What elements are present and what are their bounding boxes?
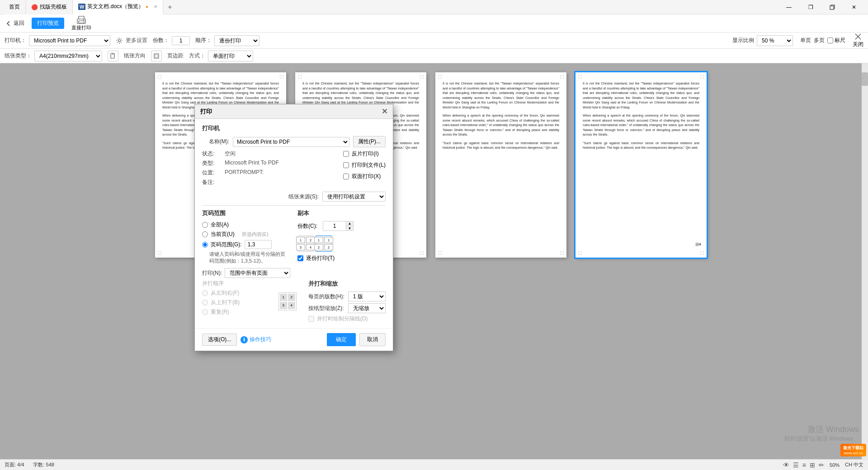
restore-button[interactable]	[822, 0, 843, 14]
ok-button[interactable]: 确定	[327, 333, 356, 346]
collate-page-1c: 3	[296, 244, 305, 250]
sort-repeat-radio	[202, 309, 208, 315]
display-ratio-label: 显示比例	[732, 37, 754, 44]
duplex-label[interactable]: 双面打印(X)	[343, 173, 386, 180]
sort-repeat-label: 重复(R)	[202, 308, 267, 316]
scale-type-label: 按纸型缩放(Z):	[308, 305, 344, 312]
maximize-button[interactable]: ❐	[800, 0, 821, 14]
page4-action-icon[interactable]: ⊞▾	[695, 242, 701, 247]
scale-divider-label[interactable]: 并打时绘制分隔线(D)	[308, 315, 386, 323]
status-row: 状态: 空闲	[202, 150, 336, 158]
sort-ltr-radio	[202, 290, 208, 296]
collate-page-1a: 1	[296, 237, 305, 243]
status-word-count: 字数: 548	[33, 461, 54, 468]
order-select[interactable]: 逐份打印	[214, 35, 259, 46]
direct-print-button[interactable]: 直接打印	[71, 15, 91, 31]
layout-icon[interactable]: ☰	[793, 461, 799, 469]
tab-doc-modified: ●	[146, 4, 148, 9]
display-ratio-select[interactable]: 50 %	[757, 35, 793, 46]
printer-name-select[interactable]: Microsoft Print to PDF	[233, 137, 349, 147]
printer-select[interactable]: Microsoft Print to PDF	[29, 35, 110, 46]
tab-doc-label: 英文文档.docx（预览）	[87, 3, 144, 10]
page-range-title: 页码范围	[202, 209, 290, 217]
status-icons: 👁 ☰ ≡ ⊞ ✏	[783, 461, 824, 469]
radio-pages[interactable]	[202, 242, 208, 248]
close-button[interactable]: ✕	[844, 0, 864, 14]
print-preview-button[interactable]: 打印预览	[32, 18, 64, 29]
radio-pages-text: 页码范围(G):	[211, 241, 242, 249]
radio-current-label[interactable]: 当前页(U)	[202, 230, 235, 238]
radio-all[interactable]	[202, 222, 208, 228]
copies-count-input[interactable]	[323, 221, 346, 230]
print-to-file-label[interactable]: 打印到文件(L)	[343, 161, 386, 169]
more-settings-label[interactable]: 更多设置	[126, 37, 147, 44]
radio-all-label[interactable]: 全部(A)	[202, 221, 290, 229]
collate-icon-2[interactable]: 1 1 2 2	[316, 235, 332, 252]
display-ratio-group: 显示比例 50 %	[732, 35, 793, 46]
tab-template[interactable]: 🔴 找版壳模板	[26, 0, 73, 14]
paper-source-select[interactable]: 使用打印机设置	[322, 192, 386, 202]
ruler-label[interactable]: 标尺	[827, 37, 845, 44]
outline-icon[interactable]: ≡	[802, 461, 806, 469]
eye-icon[interactable]: 👁	[783, 461, 789, 469]
properties-button[interactable]: 属性(P)...	[353, 136, 386, 147]
doc-page-3[interactable]: It is not the Chinese mainland, but the …	[435, 72, 566, 258]
collate-page-1b: 2	[306, 237, 315, 243]
edit-icon[interactable]: ✏	[819, 461, 824, 469]
copies-down-button[interactable]: ▼	[346, 226, 353, 230]
minimize-button[interactable]: —	[778, 0, 799, 14]
collate-checkbox-label[interactable]: 逐份打印(T)	[297, 254, 386, 262]
margin-button[interactable]	[151, 51, 162, 61]
doc-page-4[interactable]: It is not the Chinese mainland, but the …	[576, 72, 707, 258]
sort-ltr-label: 从左到右(F)	[202, 289, 267, 297]
more-settings-group: 更多设置	[116, 37, 147, 44]
close-preview-button[interactable]: 关闭	[853, 33, 863, 48]
copies-input-wrap: ▲ ▼	[323, 221, 354, 231]
scale-type-select[interactable]: 无缩放	[348, 303, 386, 313]
sort-repeat-text: 重复(R)	[211, 308, 229, 316]
print-n-select[interactable]: 范围中所有页面	[225, 268, 290, 278]
printer-section-title: 打印机	[202, 124, 386, 132]
scrollbar-thumb[interactable]	[862, 72, 868, 86]
paper-type-select[interactable]: A4(210mmx297mm)	[34, 51, 102, 61]
reverse-print-label[interactable]: 反片打印(I)	[343, 150, 386, 158]
page-corner-mark-4d	[700, 75, 704, 79]
sort-grid: 1 2 3 4	[278, 292, 297, 310]
collate-checkbox[interactable]	[297, 255, 303, 261]
radio-current[interactable]	[202, 231, 208, 237]
tab-home[interactable]: 首页	[4, 0, 26, 14]
zoom-title: 并打和缩放	[308, 280, 386, 288]
web-icon[interactable]: ⊞	[810, 461, 815, 469]
collate-page-2c: 2	[314, 244, 323, 250]
radio-all-text: 全部(A)	[211, 221, 229, 229]
tab-doc-close[interactable]: ✕	[154, 4, 157, 9]
single-page-label[interactable]: 单页	[800, 37, 811, 44]
radio-pages-label[interactable]: 页码范围(G):	[202, 241, 242, 249]
tab-doc[interactable]: W 英文文档.docx（预览） ● ✕	[73, 0, 163, 14]
type-key: 类型:	[202, 160, 225, 167]
multi-page-label[interactable]: 多页	[814, 37, 825, 44]
paper-dir-button[interactable]	[108, 51, 118, 61]
tab-template-icon: 🔴	[31, 4, 38, 10]
tab-add-button[interactable]: +	[163, 3, 176, 11]
scrollbar-right[interactable]	[862, 63, 868, 470]
copies-up-button[interactable]: ▲	[346, 221, 353, 226]
reverse-print-checkbox[interactable]	[343, 151, 349, 157]
collate-icon-1[interactable]: 1 2 3 4	[297, 235, 314, 252]
page-range-input[interactable]	[245, 240, 272, 249]
print-to-file-checkbox[interactable]	[343, 162, 349, 168]
page3-text: It is not the Chinese mainland, but the …	[443, 81, 559, 110]
copies-input[interactable]	[172, 36, 190, 45]
duplex-checkbox[interactable]	[343, 174, 349, 179]
print-mode-select[interactable]: 单面打印	[208, 51, 253, 61]
cancel-button[interactable]: 取消	[359, 333, 386, 346]
pages-per-sheet-select[interactable]: 1 版	[348, 291, 386, 301]
option-button[interactable]: 选项(O)...	[202, 334, 237, 346]
collate-pages-2: 3 4	[296, 244, 315, 250]
help-link[interactable]: ℹ 操作技巧	[241, 336, 271, 343]
brand-button[interactable]: 极光下载站 www.xz2.cc	[840, 444, 866, 456]
back-button[interactable]: 返回	[5, 19, 24, 27]
copies-arrows: ▲ ▼	[346, 221, 353, 230]
ruler-checkbox[interactable]	[827, 38, 833, 43]
dialog-close-button[interactable]: ✕	[382, 107, 387, 116]
